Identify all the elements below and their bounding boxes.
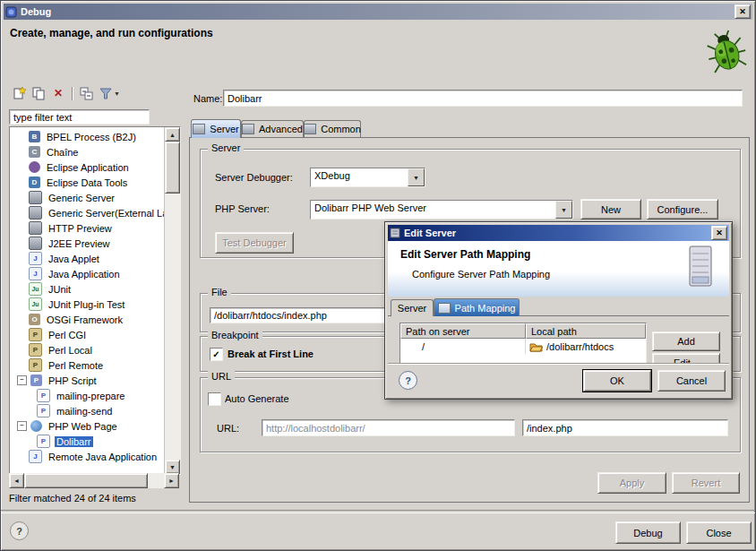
generic-server-external-icon — [29, 206, 42, 220]
url-path-input[interactable] — [522, 419, 728, 436]
tree-horizontal-scrollbar[interactable]: ◄ ► — [9, 473, 179, 488]
combo-dropdown-icon[interactable]: ▼ — [408, 168, 425, 186]
tree-item[interactable]: Generic Server(External La — [10, 205, 165, 220]
tab-advanced[interactable]: Advanced — [241, 120, 304, 137]
tab-common[interactable]: Common — [304, 120, 361, 137]
tree-item[interactable]: Java Application — [10, 266, 165, 281]
tree-item[interactable]: JUnit — [10, 281, 165, 297]
dialog-tab-server[interactable]: Server — [391, 299, 434, 316]
tab-label: Server — [398, 303, 426, 314]
filter-button[interactable]: ▼ — [97, 85, 122, 101]
break-first-line-checkbox[interactable]: ✓ — [210, 348, 223, 361]
collapse-all-button[interactable] — [77, 85, 95, 101]
tree-item[interactable]: HTTP Preview — [10, 220, 165, 236]
tree-item[interactable]: Eclipse Application — [10, 159, 165, 175]
tree-item[interactable]: −PHP Web Page — [10, 418, 165, 434]
duplicate-config-button[interactable] — [30, 85, 47, 101]
banner-text: Create, manage, and run configurations — [10, 27, 213, 39]
combo-dropdown-icon[interactable]: ▼ — [555, 201, 572, 219]
tree-item[interactable]: BPEL Process (B2J) — [10, 129, 165, 144]
close-icon: ✕ — [739, 7, 746, 16]
close-button[interactable]: ✕ — [735, 4, 751, 19]
tree-item[interactable]: Remote Java Application — [10, 449, 165, 464]
auto-generate-checkbox[interactable] — [208, 392, 221, 406]
left-toolbar: ✕ ▼ — [10, 84, 122, 102]
scrollbar-thumb[interactable] — [24, 473, 148, 488]
close-icon: ✕ — [716, 228, 723, 237]
tree-item[interactable]: JUnit Plug-in Test — [10, 297, 165, 312]
collapse-toggle-icon[interactable]: − — [17, 421, 27, 431]
tree-item[interactable]: Generic Server — [10, 190, 165, 205]
server-debugger-label: Server Debugger: — [215, 172, 293, 183]
tree-item[interactable]: Perl CGI — [10, 327, 165, 342]
scrollbar-thumb[interactable] — [165, 142, 180, 194]
junit-plugin-test-icon — [29, 297, 42, 311]
tree-item-selected[interactable]: Dolibarr — [10, 434, 165, 449]
file-group-label: File — [208, 287, 231, 297]
collapse-toggle-icon[interactable]: − — [17, 375, 27, 385]
revert-button[interactable]: Revert — [672, 472, 740, 494]
path-on-server-cell[interactable]: / — [400, 339, 526, 354]
scroll-up-icon[interactable]: ▲ — [165, 127, 180, 142]
test-debugger-button[interactable]: Test Debugger — [215, 232, 294, 254]
tree-item[interactable]: Perl Local — [10, 342, 165, 357]
auto-generate-label: Auto Generate — [225, 393, 289, 404]
tree-item-label: Generic Server — [47, 193, 116, 203]
filter-input[interactable] — [9, 109, 150, 125]
new-server-button[interactable]: New — [580, 199, 641, 220]
tree-item-label: JUnit — [47, 284, 73, 295]
delete-config-button[interactable]: ✕ — [49, 85, 67, 101]
tree-item[interactable]: mailing-prepare — [10, 388, 165, 403]
tree-item[interactable]: mailing-send — [10, 403, 165, 418]
dialog-tab-path-mapping[interactable]: Path Mapping — [434, 298, 520, 316]
local-path-value: /dolibarr/htdocs — [546, 341, 614, 352]
new-config-icon — [12, 86, 26, 100]
add-mapping-button[interactable]: Add — [652, 331, 720, 351]
tree-item[interactable]: Perl Remote — [10, 357, 165, 373]
dialog-header: Edit Server Path Mapping Configure Serve… — [388, 241, 729, 297]
tab-server[interactable]: Server — [191, 119, 241, 138]
tree-vertical-scrollbar[interactable]: ▲ ▼ — [164, 127, 180, 474]
advanced-tab-icon — [242, 124, 254, 134]
tree-item[interactable]: Eclipse Data Tools — [10, 175, 165, 190]
delete-icon: ✕ — [54, 87, 63, 99]
filter-status: Filter matched 24 of 24 items — [9, 493, 136, 504]
col-path-on-server[interactable]: Path on server — [400, 323, 526, 339]
local-path-cell[interactable]: /dolibarr/htdocs — [526, 339, 646, 354]
server-debugger-combo[interactable]: XDebug ▼ — [310, 168, 425, 187]
perl-remote-icon — [29, 358, 42, 372]
name-input[interactable] — [223, 90, 743, 107]
cancel-button[interactable]: Cancel — [657, 370, 726, 392]
tree-item-label: BPEL Process (B2J) — [45, 132, 138, 142]
dialog-help-button[interactable]: ? — [399, 371, 417, 390]
help-button[interactable]: ? — [10, 521, 29, 540]
tab-label: Path Mapping — [455, 303, 516, 314]
tree-item[interactable]: −PHP Script — [10, 373, 165, 388]
tree-item[interactable]: J2EE Preview — [10, 236, 165, 251]
url-base-input[interactable] — [262, 419, 515, 436]
configure-server-button[interactable]: Configure... — [647, 199, 718, 220]
j2ee-preview-icon — [29, 237, 42, 250]
scroll-down-icon[interactable]: ▼ — [165, 460, 180, 474]
ok-button[interactable]: OK — [583, 370, 651, 392]
tab-label: Advanced — [259, 124, 303, 134]
tree-item-label: Perl Remote — [47, 360, 105, 371]
scroll-left-icon[interactable]: ◄ — [9, 473, 24, 488]
apply-button[interactable]: Apply — [597, 472, 666, 494]
path-mapping-tab-icon — [438, 303, 451, 314]
tree-item[interactable]: Chaîne — [10, 144, 165, 159]
new-config-button[interactable] — [10, 85, 28, 101]
scroll-right-icon[interactable]: ► — [164, 473, 179, 488]
server-debugger-value: XDebug — [311, 168, 408, 186]
tree-item[interactable]: Java Applet — [10, 251, 165, 266]
col-local-path[interactable]: Local path — [526, 323, 646, 339]
debug-button[interactable]: Debug — [615, 521, 681, 544]
check-icon: ✓ — [212, 350, 219, 359]
dialog-close-button[interactable]: ✕ — [711, 226, 727, 240]
java-applet-icon — [29, 252, 42, 265]
tree-item[interactable]: OSGi Framework — [10, 312, 165, 327]
tree-item-label: Remote Java Application — [47, 452, 159, 462]
tree-item-label: Eclipse Data Tools — [45, 177, 129, 188]
close-window-button[interactable]: Close — [686, 521, 752, 544]
php-server-combo[interactable]: Dolibarr PHP Web Server ▼ — [310, 200, 573, 220]
